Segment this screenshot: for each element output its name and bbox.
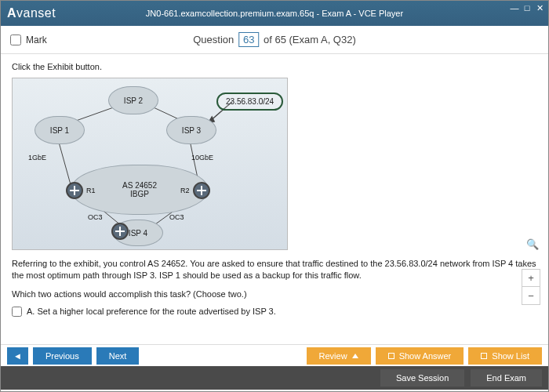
search-icon[interactable]: 🔍 bbox=[526, 238, 539, 250]
zoom-out-button[interactable]: − bbox=[522, 287, 540, 304]
prev-arrow-button[interactable]: ◄ bbox=[7, 347, 28, 365]
review-button[interactable]: Review bbox=[307, 347, 371, 365]
maximize-icon[interactable]: □ bbox=[522, 2, 533, 13]
minimize-icon[interactable]: — bbox=[509, 2, 520, 13]
app-logo: Avanset bbox=[7, 6, 56, 20]
option-a-checkbox[interactable] bbox=[12, 307, 22, 317]
question-content: Click the Exhibit button. ISP 1 ISP 2 IS… bbox=[1, 54, 548, 344]
save-session-button[interactable]: Save Session bbox=[380, 369, 464, 387]
ip-prefix: 23.56.83.0/24 bbox=[216, 93, 283, 111]
question-counter: Question 63 of 65 (Exam A, Q32) bbox=[193, 32, 356, 47]
r2-label: R2 bbox=[180, 187, 190, 194]
close-icon[interactable]: ✕ bbox=[534, 2, 545, 13]
end-exam-button[interactable]: End Exam bbox=[471, 369, 542, 387]
mark-checkbox[interactable] bbox=[10, 34, 21, 45]
show-list-button[interactable]: Show List bbox=[468, 347, 542, 365]
sub-question: Which two actions would accomplish this … bbox=[12, 289, 537, 300]
network-diagram: ISP 1 ISP 2 ISP 3 AS 24652 IBGP ISP 4 23… bbox=[12, 78, 288, 250]
next-button[interactable]: Next bbox=[96, 347, 140, 365]
mark-checkbox-label[interactable]: Mark bbox=[10, 34, 47, 45]
option-a[interactable]: A. Set a higher local preference for the… bbox=[12, 307, 537, 317]
isp1-cloud: ISP 1 bbox=[35, 116, 85, 144]
show-answer-button[interactable]: Show Answer bbox=[376, 347, 464, 365]
question-text: Referring to the exhibit, you control AS… bbox=[12, 258, 537, 282]
router-isp4-icon bbox=[111, 223, 129, 240]
zoom-controls: + − bbox=[522, 269, 540, 305]
zoom-in-button[interactable]: + bbox=[522, 270, 540, 287]
router-r2-icon bbox=[193, 182, 210, 199]
router-r1-icon bbox=[66, 182, 83, 199]
exhibit-instruction: Click the Exhibit button. bbox=[12, 62, 537, 71]
isp3-cloud: ISP 3 bbox=[166, 116, 216, 144]
oc3a-label: OC3 bbox=[88, 213, 103, 221]
r1-label: R1 bbox=[86, 187, 96, 194]
isp2-cloud: ISP 2 bbox=[108, 86, 158, 114]
question-number: 63 bbox=[238, 32, 259, 47]
window-title: JN0-661.examcollection.premium.exam.65q … bbox=[146, 9, 403, 18]
link1-label: 1GbE bbox=[28, 154, 46, 162]
previous-button[interactable]: Previous bbox=[33, 347, 92, 365]
oc3b-label: OC3 bbox=[169, 213, 184, 221]
link2-label: 10GbE bbox=[191, 154, 213, 162]
option-a-text: A. Set a higher local preference for the… bbox=[27, 307, 276, 317]
mark-text: Mark bbox=[26, 34, 47, 45]
